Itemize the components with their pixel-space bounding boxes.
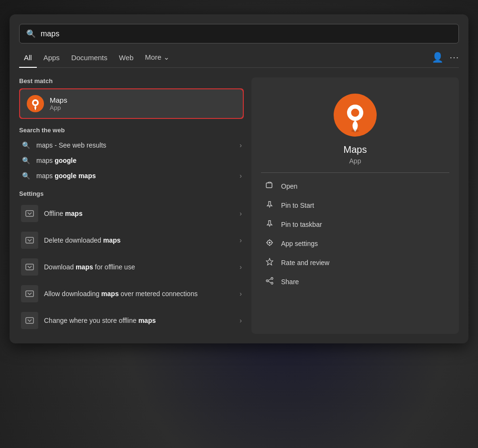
svg-point-17 — [269, 242, 271, 244]
action-pin-start[interactable]: Pin to Start — [261, 196, 449, 215]
svg-point-23 — [271, 277, 273, 279]
best-match-label: Best match — [19, 77, 244, 85]
chevron-settings-3: › — [239, 263, 242, 271]
pin-start-icon — [265, 201, 274, 210]
action-rate-review[interactable]: Rate and review — [261, 253, 449, 272]
chevron-settings-5: › — [239, 317, 242, 324]
svg-point-25 — [271, 282, 273, 284]
search-icon-web1: 🔍 — [21, 141, 31, 149]
svg-point-24 — [266, 280, 268, 282]
app-settings-icon — [265, 239, 274, 248]
settings-item-download-maps[interactable]: Download maps for offline use › — [19, 254, 244, 280]
offline-maps-icon — [21, 205, 38, 222]
action-open[interactable]: Open — [261, 177, 449, 196]
settings-item-offline-maps[interactable]: Offline maps › — [19, 200, 244, 227]
svg-point-2 — [34, 101, 37, 105]
web-result-text-3: maps google maps — [36, 172, 239, 180]
svg-rect-7 — [26, 291, 33, 297]
action-pin-taskbar[interactable]: Pin to taskbar — [261, 215, 449, 234]
svg-line-26 — [268, 279, 271, 280]
settings-item-allow-downloading[interactable]: Allow downloading maps over metered conn… — [19, 280, 244, 307]
tabs-right-actions: 👤 ⋯ — [432, 52, 459, 63]
best-match-name: Maps — [50, 96, 67, 104]
pin-taskbar-icon — [265, 220, 274, 229]
settings-text-3: Download maps for offline use — [44, 263, 239, 271]
action-app-settings[interactable]: App settings — [261, 234, 449, 253]
rate-label: Rate and review — [281, 259, 329, 267]
svg-point-12 — [351, 129, 359, 132]
maps-icon-large — [334, 94, 377, 137]
svg-rect-4 — [26, 211, 33, 216]
search-icon-web3: 🔍 — [21, 172, 31, 180]
app-settings-label: App settings — [281, 240, 318, 247]
chevron-icon-1: › — [239, 141, 242, 149]
web-result-maps[interactable]: 🔍 maps - See web results › — [19, 138, 244, 153]
web-result-text-2: maps google — [36, 157, 242, 164]
best-match-sub: App — [50, 104, 67, 111]
maps-icon-small — [27, 95, 44, 112]
search-bar: 🔍 — [19, 24, 459, 43]
pin-taskbar-label: Pin to taskbar — [281, 221, 322, 228]
chevron-settings-2: › — [239, 236, 242, 244]
settings-label: Settings — [19, 190, 244, 197]
search-icon: 🔍 — [26, 29, 36, 38]
tabs-bar: All Apps Documents Web More ⌄ 👤 ⋯ — [19, 51, 459, 68]
tab-more[interactable]: More ⌄ — [140, 51, 174, 64]
tab-apps[interactable]: Apps — [39, 52, 65, 64]
settings-text-2: Delete downloaded maps — [44, 236, 239, 245]
svg-rect-6 — [26, 264, 33, 270]
svg-point-1 — [32, 99, 39, 106]
svg-line-27 — [268, 281, 271, 283]
chevron-settings-1: › — [239, 210, 242, 217]
search-panel: 🔍 All Apps Documents Web More ⌄ 👤 ⋯ Best… — [10, 14, 468, 343]
svg-point-3 — [33, 107, 37, 109]
svg-rect-13 — [266, 183, 272, 188]
svg-marker-22 — [266, 258, 273, 265]
rate-icon — [265, 258, 274, 267]
pin-start-label: Pin to Start — [281, 202, 314, 209]
delete-maps-icon — [21, 232, 38, 249]
tab-documents[interactable]: Documents — [66, 52, 112, 64]
tab-web[interactable]: Web — [114, 52, 139, 64]
more-options-button[interactable]: ⋯ — [449, 52, 459, 63]
right-panel-title: Maps — [344, 144, 367, 155]
open-label: Open — [281, 182, 297, 190]
settings-text-4: Allow downloading maps over metered conn… — [44, 289, 239, 298]
web-result-maps-google-maps[interactable]: 🔍 maps google maps › — [19, 168, 244, 183]
open-icon — [265, 181, 274, 191]
svg-rect-5 — [26, 237, 33, 243]
main-content: Best match Maps App Search the web — [19, 77, 459, 334]
svg-point-11 — [351, 109, 359, 117]
settings-item-change-store[interactable]: Change where you store offline maps › — [19, 307, 244, 334]
best-match-item[interactable]: Maps App — [19, 88, 244, 119]
settings-item-delete-maps[interactable]: Delete downloaded maps › — [19, 227, 244, 254]
chevron-settings-4: › — [239, 290, 242, 298]
change-store-icon — [21, 312, 38, 329]
download-maps-icon — [21, 258, 38, 276]
settings-text-5: Change where you store offline maps — [44, 316, 239, 325]
share-label: Share — [281, 278, 299, 286]
web-result-text-1: maps - See web results — [36, 141, 239, 149]
settings-text-1: Offline maps — [44, 209, 239, 218]
svg-point-0 — [27, 95, 44, 112]
right-panel-sub: App — [349, 157, 361, 165]
search-icon-web2: 🔍 — [21, 157, 31, 164]
action-menu: Open Pin to Start — [261, 177, 449, 291]
search-web-label: Search the web — [19, 127, 244, 134]
left-panel: Best match Maps App Search the web — [19, 77, 244, 334]
right-panel: Maps App Open — [251, 77, 459, 334]
search-input[interactable] — [41, 30, 452, 38]
allow-download-icon — [21, 285, 38, 302]
chevron-icon-3: › — [239, 172, 242, 180]
best-match-text: Maps App — [50, 96, 67, 111]
action-share[interactable]: Share — [261, 272, 449, 291]
user-icon-button[interactable]: 👤 — [432, 52, 444, 63]
share-icon — [265, 277, 274, 287]
divider — [261, 172, 449, 173]
web-result-maps-google[interactable]: 🔍 maps google — [19, 153, 244, 168]
svg-rect-8 — [26, 318, 33, 323]
tab-all[interactable]: All — [19, 52, 37, 64]
